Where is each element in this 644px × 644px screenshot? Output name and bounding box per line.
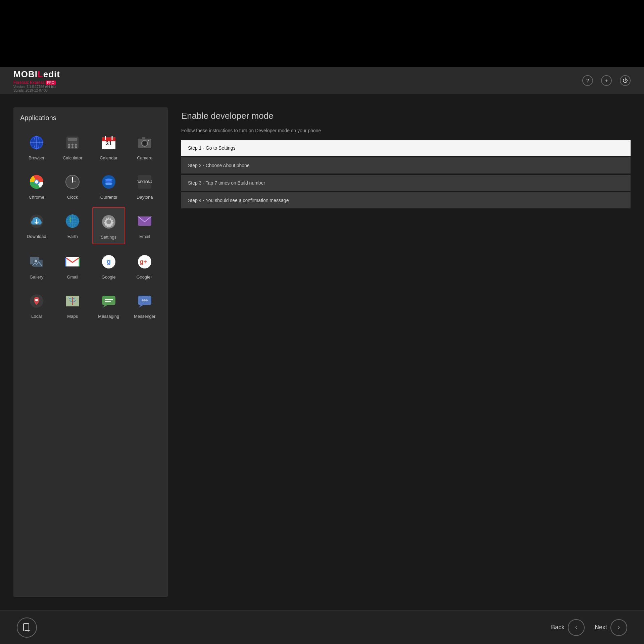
app-icon-daytona: DAYTONA xyxy=(135,172,155,192)
svg-point-46 xyxy=(35,260,37,262)
app-item-gmail[interactable]: Gmail xyxy=(56,248,89,284)
add-device-button[interactable] xyxy=(17,617,37,638)
app-item-google[interactable]: gGoogle xyxy=(92,248,125,284)
app-label-settings: Settings xyxy=(101,235,116,240)
app-icon-settings xyxy=(99,212,119,232)
back-icon: ‹ xyxy=(568,619,585,636)
back-label: Back xyxy=(551,624,564,631)
app-label-gallery: Gallery xyxy=(30,275,43,280)
app-icon-calculator xyxy=(62,133,83,153)
app-icon-currents xyxy=(99,172,119,192)
app-item-camera[interactable]: Camera xyxy=(129,129,161,164)
app-item-settings[interactable]: Settings xyxy=(92,207,125,244)
power-button[interactable]: ⏻ xyxy=(620,75,631,86)
svg-point-11 xyxy=(71,146,73,148)
help-button[interactable]: ? xyxy=(582,75,593,86)
svg-marker-62 xyxy=(139,305,143,308)
app-item-gallery[interactable]: Gallery xyxy=(20,248,53,284)
app-item-currents[interactable]: Currents xyxy=(92,168,125,204)
app-item-browser[interactable]: Browser xyxy=(20,129,53,164)
app-icon-email xyxy=(135,211,155,231)
app-item-earth[interactable]: Earth xyxy=(56,207,89,244)
svg-point-26 xyxy=(35,180,38,184)
header: MOBILedit Forensic Express PRO Version: … xyxy=(0,67,644,94)
app-item-email[interactable]: Email xyxy=(129,207,161,244)
svg-rect-21 xyxy=(142,137,145,139)
app-label-googleplus: Google+ xyxy=(136,275,153,280)
svg-rect-6 xyxy=(68,138,77,141)
next-icon: › xyxy=(610,619,627,636)
app-item-messaging[interactable]: Messaging xyxy=(92,287,125,323)
header-right: ? + ⏻ xyxy=(582,75,631,86)
app-label-clock: Clock xyxy=(67,195,78,200)
next-button[interactable]: Next › xyxy=(595,619,627,636)
app-icon-browser xyxy=(27,133,47,153)
app-item-messenger[interactable]: Messenger xyxy=(129,287,161,323)
svg-text:g: g xyxy=(107,258,111,265)
step-item-step3[interactable]: Step 3 - Tap 7 times on Build number xyxy=(181,175,631,191)
instructions-text: Follow these instructions to turn on Dev… xyxy=(181,128,631,133)
app-item-calendar[interactable]: 31Calendar xyxy=(92,129,125,164)
app-label-maps: Maps xyxy=(67,314,78,319)
left-panel: Applications BrowserCalculator31Calendar… xyxy=(13,107,168,597)
app-name: MOBILedit xyxy=(13,69,60,80)
version-label: Version: 7.1.0.17196 (64-bit) xyxy=(13,85,56,89)
app-label-email: Email xyxy=(139,234,150,239)
app-label-chrome: Chrome xyxy=(29,195,44,200)
app-icon-gmail xyxy=(62,252,83,272)
app-icon-maps xyxy=(62,291,83,311)
app-grid: BrowserCalculator31CalendarCameraChromeC… xyxy=(20,129,161,323)
step-item-step2[interactable]: Step 2 - Choose About phone xyxy=(181,157,631,174)
svg-point-10 xyxy=(68,146,70,148)
app-icon-messaging xyxy=(99,291,119,311)
app-item-googleplus[interactable]: g+Google+ xyxy=(129,248,161,284)
svg-point-65 xyxy=(146,299,148,301)
svg-point-12 xyxy=(75,146,77,148)
app-icon-earth xyxy=(62,211,83,231)
add-button[interactable]: + xyxy=(601,75,612,86)
svg-point-20 xyxy=(143,142,146,145)
app-label-currents: Currents xyxy=(100,195,117,200)
app-icon-calendar: 31 xyxy=(99,133,119,153)
app-item-download[interactable]: Download xyxy=(20,207,53,244)
svg-rect-66 xyxy=(23,624,29,631)
app-icon-google: g xyxy=(99,252,119,272)
svg-point-7 xyxy=(68,144,70,146)
app-label-camera: Camera xyxy=(137,155,152,160)
back-button[interactable]: Back ‹ xyxy=(551,619,585,636)
app-label-earth: Earth xyxy=(67,234,78,239)
app-icon-googleplus: g+ xyxy=(135,252,155,272)
svg-point-9 xyxy=(75,144,77,146)
app-label-download: Download xyxy=(27,234,46,239)
steps-list: Step 1 - Go to SettingsStep 2 - Choose A… xyxy=(181,140,631,208)
app-icon-gallery xyxy=(27,252,47,272)
app-icon-chrome xyxy=(27,172,47,192)
svg-marker-58 xyxy=(103,305,107,308)
main-content: Applications BrowserCalculator31Calendar… xyxy=(0,94,644,610)
svg-rect-57 xyxy=(102,296,115,305)
app-label-messenger: Messenger xyxy=(134,314,155,319)
app-subtitle: Forensic Express PRO Version: 7.1.0.1719… xyxy=(13,80,56,92)
app-item-maps[interactable]: Maps xyxy=(56,287,89,323)
svg-point-22 xyxy=(148,140,149,141)
svg-point-63 xyxy=(142,299,144,301)
svg-text:DAYTONA: DAYTONA xyxy=(137,180,152,184)
app-label-browser: Browser xyxy=(29,155,45,160)
panel-title: Applications xyxy=(20,114,161,122)
step-item-step1[interactable]: Step 1 - Go to Settings xyxy=(181,140,631,156)
logo-area: MOBILedit Forensic Express PRO Version: … xyxy=(13,69,60,92)
app-item-calculator[interactable]: Calculator xyxy=(56,129,89,164)
app-label-gmail: Gmail xyxy=(67,275,78,280)
app-icon-messenger xyxy=(135,291,155,311)
app-icon-camera xyxy=(135,133,155,153)
next-label: Next xyxy=(595,624,607,631)
app-item-local[interactable]: Local xyxy=(20,287,53,323)
app-label-daytona: Daytona xyxy=(137,195,153,200)
app-label-calendar: Calendar xyxy=(100,155,117,160)
app-item-daytona[interactable]: DAYTONADaytona xyxy=(129,168,161,204)
step-item-step4[interactable]: Step 4 - You should see a confirmation m… xyxy=(181,192,631,208)
app-item-clock[interactable]: Clock xyxy=(56,168,89,204)
page-title: Enable developer mode xyxy=(181,111,631,121)
app-item-chrome[interactable]: Chrome xyxy=(20,168,53,204)
svg-point-8 xyxy=(71,144,73,146)
